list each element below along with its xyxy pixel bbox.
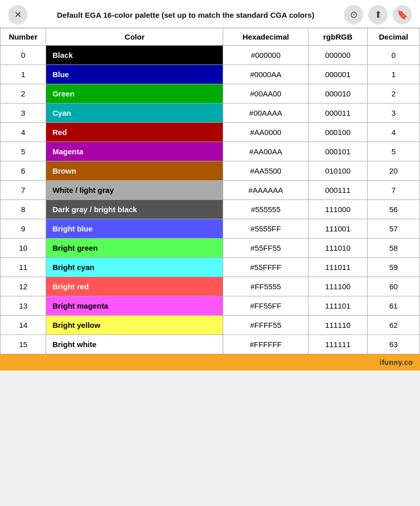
cell-rgb: 111011 [308,258,367,277]
cell-rgb: 000010 [308,84,367,104]
cell-rgb: 000000 [308,46,367,65]
table-row: 9Bright blue#5555FF11100157 [1,219,420,239]
cell-color: Bright magenta [46,296,223,316]
cell-color: Black [46,46,223,65]
table-header-row: Number Color Hexadecimal rgbRGB Decimal [1,28,420,46]
table-row: 10Bright green#55FF5511101058 [1,239,420,258]
cell-color: Bright blue [46,219,223,239]
share-icon: ⬆ [374,9,382,20]
cell-color: Bright white [46,335,223,354]
cell-number: 5 [1,142,46,161]
cell-hex: #AA5500 [223,161,308,181]
cell-decimal: 7 [367,181,419,200]
table-row: 6Brown#AA550001010020 [1,161,420,181]
color-swatch: Magenta [46,142,223,161]
cell-color: Bright yellow [46,316,223,335]
color-swatch: Bright red [46,277,223,296]
color-table: Number Color Hexadecimal rgbRGB Decimal … [0,28,420,354]
cell-rgb: 111101 [308,296,367,316]
cell-decimal: 63 [367,335,419,354]
cell-number: 9 [1,219,46,239]
table-row: 14Bright yellow#FFFF5511111062 [1,316,420,335]
cell-decimal: 0 [367,46,419,65]
cell-color: Blue [46,65,223,84]
cell-rgb: 111111 [308,335,367,354]
color-swatch: Blue [46,65,223,84]
cell-number: 13 [1,296,46,316]
color-swatch: Green [46,84,223,103]
table-row: 8Dark gray / bright black#55555511100056 [1,200,420,219]
search-icon: ⊙ [350,9,358,20]
cell-hex: #000000 [223,46,308,65]
table-row: 7White / light gray#AAAAAA0001117 [1,181,420,200]
cell-number: 15 [1,335,46,354]
cell-hex: #00AA00 [223,84,308,104]
footer-bar: ifunny.co [0,354,420,370]
top-bar: ✕ Default EGA 16-color palette (set up t… [0,0,420,28]
cell-hex: #55FFFF [223,258,308,277]
cell-rgb: 111010 [308,239,367,258]
close-icon: ✕ [14,9,22,20]
color-swatch: Bright blue [46,219,223,238]
cell-decimal: 20 [367,161,419,181]
cell-decimal: 60 [367,277,419,296]
color-swatch: Red [46,123,223,142]
table-row: 2Green#00AA000000102 [1,84,420,104]
cell-hex: #555555 [223,200,308,219]
cell-color: Cyan [46,104,223,123]
table-row: 3Cyan#00AAAA0000113 [1,104,420,123]
color-swatch: Bright white [46,335,223,354]
cell-decimal: 2 [367,84,419,104]
col-header-hex: Hexadecimal [223,28,308,46]
cell-rgb: 111110 [308,316,367,335]
table-row: 13Bright magenta#FF55FF11110161 [1,296,420,316]
table-row: 1Blue#0000AA0000011 [1,65,420,84]
search-button[interactable]: ⊙ [344,5,363,24]
cell-color: Bright green [46,239,223,258]
cell-color: Brown [46,161,223,181]
color-swatch: Black [46,46,223,64]
cell-rgb: 111100 [308,277,367,296]
share-button[interactable]: ⬆ [368,5,388,24]
table-row: 4Red#AA00000001004 [1,123,420,142]
cell-number: 7 [1,181,46,200]
cell-decimal: 61 [367,296,419,316]
cell-decimal: 62 [367,316,419,335]
cell-rgb: 000001 [308,65,367,84]
cell-number: 6 [1,161,46,181]
cell-hex: #AAAAAA [223,181,308,200]
color-swatch: Bright cyan [46,258,223,277]
cell-decimal: 1 [367,65,419,84]
cell-hex: #5555FF [223,219,308,239]
color-swatch: Dark gray / bright black [46,200,223,219]
cell-number: 12 [1,277,46,296]
cell-number: 11 [1,258,46,277]
cell-hex: #FF55FF [223,296,308,316]
col-header-rgb: rgbRGB [308,28,367,46]
color-swatch: Bright yellow [46,316,223,334]
cell-rgb: 111000 [308,200,367,219]
color-swatch: White / light gray [46,181,223,199]
close-button[interactable]: ✕ [8,5,27,24]
cell-number: 3 [1,104,46,123]
cell-decimal: 3 [367,104,419,123]
cell-color: Magenta [46,142,223,161]
bookmark-button[interactable]: 🔖 [393,5,412,24]
cell-number: 1 [1,65,46,84]
color-swatch: Bright magenta [46,296,223,315]
cell-number: 14 [1,316,46,335]
cell-rgb: 000111 [308,181,367,200]
cell-hex: #AA0000 [223,123,308,142]
col-header-decimal: Decimal [367,28,419,46]
cell-number: 0 [1,46,46,65]
cell-number: 4 [1,123,46,142]
cell-hex: #FFFF55 [223,316,308,335]
cell-decimal: 4 [367,123,419,142]
cell-hex: #00AAAA [223,104,308,123]
cell-hex: #0000AA [223,65,308,84]
cell-color: Green [46,84,223,104]
cell-hex: #55FF55 [223,239,308,258]
cell-decimal: 58 [367,239,419,258]
cell-color: White / light gray [46,181,223,200]
table-row: 12Bright red#FF555511110060 [1,277,420,296]
